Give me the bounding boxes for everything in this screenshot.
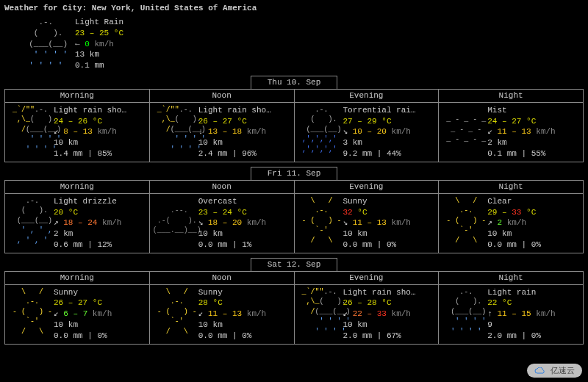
precip-text: 0.1 mm | 55% (487, 148, 555, 159)
daypart-label: Evening (295, 272, 439, 285)
condition-text: Sunny (343, 196, 411, 207)
temperature-text: 27 – 29 °C (343, 116, 416, 127)
day-0: Thu 10. SepMorning _`/"".-. ,\_( ). /(__… (4, 76, 584, 162)
forecast-cell: Night \ / .-. - ( ) - `-' / \ Clear29 – … (439, 181, 583, 253)
forecast-cell: Noon _`/"".-. ,\_( ). /(___(__) ' ' ' ' … (150, 90, 295, 162)
daypart-label: Night (439, 272, 583, 285)
visibility-text: 9 (487, 320, 555, 331)
visibility-text: 10 km (198, 320, 266, 331)
precip-text: 1.4 mm | 85% (54, 148, 126, 159)
precip-text: 2.0 mm | 0% (487, 331, 555, 342)
temperature-text: 24 – 26 °C (54, 116, 126, 127)
wind-text: ↙ 8 – 13 km/h (54, 126, 126, 137)
weather-art: _`/"".-. ,\_( ). /(___(__) ' ' ' ' ' ' '… (8, 105, 51, 159)
precip-text: 0.0 mm | 0% (343, 239, 411, 251)
current-wind: ← 0 km/h (75, 39, 123, 50)
watermark-badge: 亿速云 (527, 364, 582, 378)
forecast-cell: Night .-. ( ). (___(__) ' ' ' ' ' ' ' ' … (439, 272, 583, 344)
forecast-cell: Evening .-. ( ). (___(__) ‚'‚'‚'‚' ‚'‚'‚… (295, 90, 440, 162)
condition-text: Light rain sho… (54, 105, 126, 116)
daypart-label: Evening (295, 90, 439, 103)
weather-art: .-. ( ). (___(__) ' ' ' ' ' ' ' ' (442, 287, 484, 342)
forecast-cell: Evening \ / .-. - ( ) - `-' / \ Sunny32 … (295, 181, 440, 253)
weather-art: _`/"".-. ,\_( ). /(___(__) ' ' ' ' ' ' '… (153, 105, 196, 159)
daypart-label: Morning (5, 90, 149, 103)
forecast-cell: Noon \ / .-. - ( ) - `-' / \ Sunny28 °C↙… (150, 272, 295, 344)
weather-art: .--. .-( ). (___.__)__) (153, 196, 196, 251)
daypart-label: Night (439, 181, 583, 194)
day-1: Fri 11. SepMorning .-. ( ). (___(__) ' ,… (4, 167, 584, 253)
day-row: Morning _`/"".-. ,\_( ). /(___(__) ' ' '… (4, 89, 584, 162)
current-visibility: 13 km (75, 49, 123, 60)
forecast-cell: Morning .-. ( ). (___(__) ' , ' , , ' , … (5, 181, 150, 253)
temperature-text: 29 – 33 °C (487, 207, 541, 218)
wind-text: ↙ 11 – 13 km/h (198, 309, 266, 320)
visibility-text: 10 km (343, 228, 411, 239)
wind-text: ↘ 10 – 20 km/h (343, 126, 416, 137)
wind-text: ↙ 22 – 33 km/h (343, 309, 416, 320)
forecast-cell: Morning \ / .-. - ( ) - `-' / \ Sunny26 … (5, 272, 150, 344)
visibility-text: 3 km (343, 137, 416, 148)
forecast-cell: Noon .--. .-( ). (___.__)__) Overcast23 … (150, 181, 295, 253)
weather-art: _`/"".-. ,\_( ). /(___(__) ' ' ' ' ' ' '… (298, 287, 340, 342)
day-2: Sat 12. SepMorning \ / .-. - ( ) - `-' /… (4, 258, 584, 345)
precip-text: 2.0 mm | 67% (343, 331, 416, 342)
precip-text: 0.6 mm | 12% (54, 239, 121, 251)
weather-art-current: .-. ( ). (___(__) ' ' ' ' ' ' ' ' (19, 17, 69, 71)
current-condition: Light Rain (75, 17, 123, 28)
forecast-cell: Morning _`/"".-. ,\_( ). /(___(__) ' ' '… (5, 90, 150, 162)
wind-text: ↑ 11 – 15 km/h (487, 309, 555, 320)
day-header: Thu 10. Sep (4, 76, 584, 90)
condition-text: Torrential rai… (343, 105, 416, 116)
precip-text: 0.0 mm | 1% (198, 239, 266, 251)
weather-art: \ / .-. - ( ) - `-' / \ (298, 196, 340, 251)
temperature-text: 20 °C (54, 207, 121, 218)
condition-text: Clear (487, 196, 541, 207)
visibility-text: 10 km (54, 137, 126, 148)
daypart-label: Night (439, 90, 583, 103)
weather-art: .-. ( ). (___(__) ' , ' , , ' , ' (8, 196, 51, 251)
temperature-text: 28 °C (198, 298, 266, 309)
wind-text: ↘ 11 – 13 km/h (343, 217, 411, 228)
day-header: Sat 12. Sep (4, 258, 584, 272)
day-header: Fri 11. Sep (4, 167, 584, 181)
weather-art: \ / .-. - ( ) - `-' / \ (8, 287, 51, 342)
forecast-cell: Night _ - _ - _ _ - _ - _ - _ - _ Mist24… (439, 90, 583, 162)
weather-art: _ - _ - _ _ - _ - _ - _ - _ (442, 105, 484, 159)
visibility-text: 10 km (487, 228, 541, 239)
visibility-text: 10 km (198, 228, 266, 239)
weather-art: .-. ( ). (___(__) ‚'‚'‚'‚' ‚'‚'‚'‚' (298, 105, 340, 159)
temperature-text: 26 – 27 °C (198, 116, 271, 127)
day-row: Morning \ / .-. - ( ) - `-' / \ Sunny26 … (4, 271, 584, 345)
visibility-text: 10 km (198, 137, 271, 148)
temperature-text: 24 – 27 °C (487, 116, 555, 127)
temperature-text: 26 – 27 °C (54, 298, 112, 309)
current-precip: 0.1 mm (75, 60, 123, 71)
visibility-text: 10 km (343, 320, 416, 331)
temperature-text: 22 °C (487, 298, 555, 309)
precip-text: 0.0 mm | 0% (198, 331, 266, 342)
weather-art: \ / .-. - ( ) - `-' / \ (442, 196, 484, 251)
wind-text: ↙ 11 – 13 km/h (487, 126, 555, 137)
day-row: Morning .-. ( ). (___(__) ' , ' , , ' , … (4, 180, 584, 253)
weather-art: \ / .-. - ( ) - `-' / \ (153, 287, 196, 342)
condition-text: Light rain sho… (198, 105, 271, 116)
temperature-text: 32 °C (343, 207, 411, 218)
condition-text: Light rain (487, 287, 555, 298)
condition-text: Mist (487, 105, 555, 116)
daypart-label: Noon (150, 90, 294, 103)
daypart-label: Morning (5, 272, 149, 285)
condition-text: Sunny (198, 287, 266, 298)
visibility-text: 2 km (54, 228, 121, 239)
wind-text: ↗ 2 km/h (487, 217, 541, 228)
forecast-cell: Evening _`/"".-. ,\_( ). /(___(__) ' ' '… (295, 272, 440, 344)
current-conditions: .-. ( ). (___(__) ' ' ' ' ' ' ' ' Light … (19, 17, 584, 71)
page-title: Weather for City: New York, United State… (4, 3, 584, 14)
condition-text: Overcast (198, 196, 266, 207)
wind-text: ↓ 13 – 18 km/h (198, 126, 271, 137)
daypart-label: Morning (5, 181, 149, 194)
temperature-text: 23 – 24 °C (198, 207, 266, 218)
condition-text: Sunny (54, 287, 112, 298)
visibility-text: 10 km (54, 320, 112, 331)
wind-text: ↘ 18 – 20 km/h (198, 217, 266, 228)
